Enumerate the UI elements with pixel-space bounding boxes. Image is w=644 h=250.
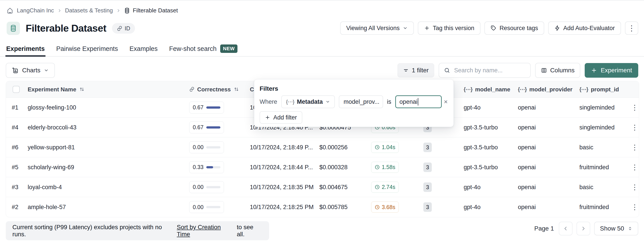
home-icon[interactable] [7,7,13,14]
correctness-score: 0.33 [189,161,224,173]
correctness-score: 0.67 [189,122,224,134]
breadcrumb-page: Filterable Dataset [133,7,178,14]
next-page-button[interactable] [576,222,590,236]
remove-filter-icon[interactable]: × [444,98,448,105]
model-provider-value: openai [518,124,536,131]
kebab-icon: ⋮ [628,24,635,32]
where-label: Where [260,98,277,105]
table-row[interactable]: #5 scholarly-wing-69 0.33 10/17/2024, 2:… [6,157,639,177]
metadata-icon: {⋯} [286,99,294,105]
resource-tags-button[interactable]: Resource tags [484,22,544,35]
charts-button[interactable]: Charts [6,63,55,78]
tag-icon [491,25,496,31]
latency-badge: 1.58s [371,162,399,173]
experiment-name-link[interactable]: elderly-broccoli-43 [28,124,76,131]
experiment-name-link[interactable]: yellow-support-81 [28,144,75,151]
col-created-fragment[interactable]: C [250,86,254,93]
plus-icon [424,25,430,31]
sort-icon[interactable] [79,86,85,92]
correctness-value: 0.00 [193,184,204,190]
pagination: Page 1 Show 50 [534,222,638,236]
col-model-name[interactable]: model_name [475,86,510,93]
chevron-down-icon [44,68,49,73]
sort-icon[interactable] [234,86,239,92]
col-experiment-name[interactable]: Experiment Name [28,86,76,93]
experiment-rank: #1 [12,104,18,111]
correctness-bar [206,126,220,128]
model-name-value: gpt-3.5-turbo [464,124,498,131]
correctness-score: 0.00 [189,181,224,193]
latency-badge: 1.04s [371,142,399,153]
filter-key-dropdown[interactable]: model_prov... [339,95,383,108]
row-kebab-icon[interactable]: ⋮ [631,204,638,210]
search-input[interactable] [454,67,526,74]
tab-pairwise-experiments[interactable]: Pairwise Experiments [56,44,118,56]
correctness-value: 0.00 [193,144,204,150]
new-badge: NEW [220,44,238,53]
correctness-score: 0.00 [189,141,224,153]
sort-by-creation-time-link[interactable]: Sort by Creation Time [177,224,235,238]
chart-icon [12,67,18,74]
cost-value: $0.005785 [319,204,348,210]
table-row[interactable]: #6 yellow-support-81 0.00 10/17/2024, 2:… [6,138,639,157]
filters-popup: Filters Where {⋯} Metadata model_prov...… [254,79,454,127]
row-kebab-icon[interactable]: ⋮ [631,164,638,171]
tab-fewshot-search[interactable]: Few-shot search NEW [169,44,238,56]
model-name-value: gpt-4o [464,184,481,190]
new-experiment-button[interactable]: Experiment [585,63,638,78]
prompt-id-value: singleminded [580,104,614,111]
tab-experiments[interactable]: Experiments [6,44,45,56]
experiment-name-link[interactable]: glossy-feeling-100 [28,104,76,111]
table-row[interactable]: #3 loyal-comb-4 0.00 10/17/2024, 2:18:35… [6,177,639,197]
correctness-score: 0.67 [189,102,224,114]
row-kebab-icon[interactable]: ⋮ [631,144,638,151]
columns-button-label: Columns [550,67,574,74]
correctness-bar [206,106,220,109]
col-correctness[interactable]: Correctness [197,86,231,93]
filter-icon [403,68,409,73]
link-icon [117,26,122,31]
tab-examples[interactable]: Examples [130,44,158,56]
model-name-value: gpt-3.5-turbo [464,164,498,170]
add-filter-button[interactable]: Add filter [260,111,302,124]
breadcrumb-org[interactable]: LangChain Inc [17,7,54,14]
tag-version-button[interactable]: Tag this version [418,22,481,35]
add-auto-evaluator-button[interactable]: Add Auto-Evaluator [548,22,621,35]
created-at: 10/17/2024, 2:18:25 PM [250,204,314,210]
col-prompt-id[interactable]: prompt_id [591,86,619,93]
run-count-badge: 3 [423,162,432,172]
filter-value-input[interactable]: openai [395,95,442,108]
table-row[interactable]: #2 ample-hole-57 0.00 10/17/2024, 2:18:2… [6,197,639,217]
col-model-provider[interactable]: model_provider [529,86,572,93]
viewing-versions-button[interactable]: Viewing All Versions [340,22,414,35]
row-kebab-icon[interactable]: ⋮ [631,184,638,191]
text-cursor [418,98,418,106]
breadcrumb-current: Filterable Dataset [124,7,178,14]
filter-category-label: Metadata [297,98,323,105]
select-all-checkbox[interactable] [12,86,20,93]
page-size-select[interactable]: Show 50 [594,222,638,236]
tab-pairwise-label: Pairwise Experiments [56,45,118,52]
clock-icon [375,145,380,150]
more-actions-button[interactable]: ⋮ [625,22,638,35]
clock-icon [375,184,380,190]
correctness-bar [206,166,220,168]
id-badge[interactable]: ID [112,23,135,34]
filters-popup-title: Filters [260,85,278,92]
correctness-bar-fill [206,106,220,109]
filter-category-dropdown[interactable]: {⋯} Metadata [281,95,335,108]
row-kebab-icon[interactable]: ⋮ [631,104,638,111]
experiment-name-link[interactable]: scholarly-wing-69 [28,164,74,170]
prev-page-button[interactable] [559,222,572,236]
search-icon [444,67,450,74]
metadata-icon: {⋯} [580,86,588,92]
columns-button[interactable]: Columns [535,63,580,78]
filter-operator-label: is [387,98,392,105]
row-kebab-icon[interactable]: ⋮ [631,124,638,131]
created-at: 10/17/2024, 2:18:49 P... [250,144,313,151]
filter-count-button[interactable]: 1 filter [398,63,434,78]
experiment-name-link[interactable]: ample-hole-57 [28,204,66,210]
experiment-name-link[interactable]: loyal-comb-4 [28,184,62,190]
breadcrumb-section[interactable]: Datasets & Testing [65,7,113,14]
experiment-rank: #2 [12,204,18,210]
